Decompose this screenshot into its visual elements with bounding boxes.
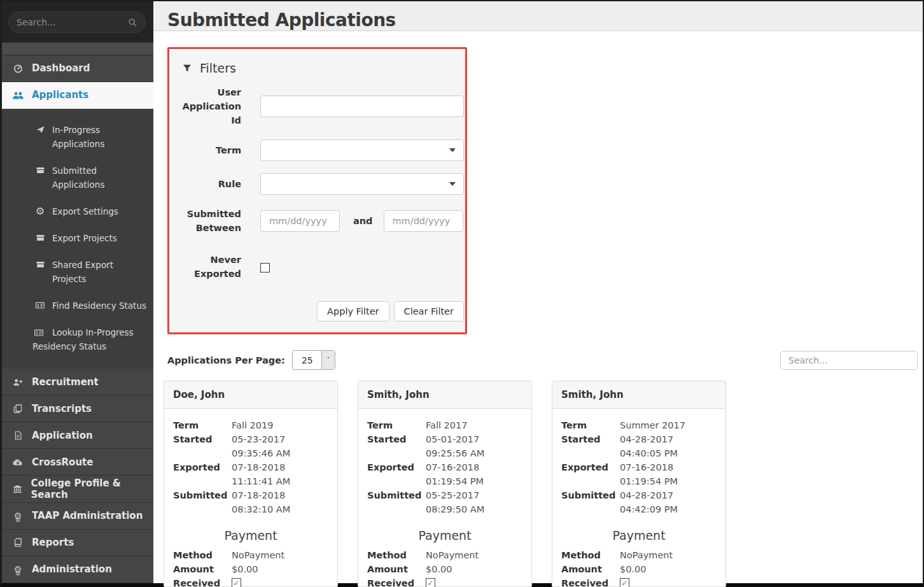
apply-filter-button[interactable]: Apply Filter [317,301,389,322]
sidebar-item-label: College Profile & Search [31,477,153,500]
caret-down-icon [449,182,456,186]
sidebar-subitem-shared-export-projects[interactable]: Shared Export Projects [2,251,153,292]
submitted-to-date-input[interactable] [384,210,463,232]
per-page-value: 25 [293,351,321,369]
sidebar-item-reports[interactable]: Reports [2,530,153,556]
sidebar-subitem-label: Shared Export Projects [52,258,147,286]
id-card-icon [32,326,45,337]
sidebar-item-application[interactable]: Application [2,422,153,449]
sidebar-item-label: TAAP Administration [32,510,143,521]
method-label: Method [173,548,232,562]
sidebar-item-label: Recruitment [32,376,99,388]
sidebar-subitem-export-projects[interactable]: Export Projects [2,225,153,251]
archive-icon [34,164,46,175]
application-card[interactable]: Doe, John TermFall 2019 Started05-23-201… [164,381,338,587]
file-text-icon [10,430,25,441]
sidebar-item-taap-administration[interactable]: ⚙⚙ TAAP Administration [2,503,153,530]
copy-icon [10,404,25,414]
applications-search-input[interactable] [780,351,918,370]
submitted-label: Submitted [173,488,232,516]
amount-value: $0.00 [232,562,258,576]
exported-value: 07-16-2018 01:19:54 PM [426,460,522,488]
exported-label: Exported [561,460,620,488]
term-value: Summer 2017 [620,418,685,432]
sidebar-search[interactable] [8,11,146,33]
clear-filter-button[interactable]: Clear Filter [394,301,464,322]
rule-select[interactable] [260,173,464,195]
submitted-from-date-input[interactable] [260,210,340,232]
term-value: Fall 2017 [426,418,467,432]
sidebar-subitem-lookup-in-progress-residency-status[interactable]: Lookup In-Progress Residency Status [2,319,153,360]
amount-label: Amount [173,562,232,576]
amount-value: $0.00 [426,562,452,576]
application-card[interactable]: Smith, John TermFall 2017 Started05-01-2… [358,381,532,587]
term-select[interactable] [260,139,464,161]
sidebar-subitem-label: Export Projects [52,231,117,245]
caret-down-icon [449,148,456,152]
received-label: Received [367,576,426,587]
submitted-value: 05-25-2017 08:29:50 AM [426,488,522,516]
sidebar-item-recruitment[interactable]: Recruitment [2,369,153,395]
filter-row-submitted-between: Submitted Between and [181,207,452,235]
filters-header: Filters [182,61,452,75]
sidebar-item-label: Administration [32,563,112,575]
received-checkbox[interactable]: ✓ [232,578,241,587]
user-plus-icon [10,377,25,387]
search-icon[interactable] [127,17,137,27]
user-application-id-input[interactable] [260,95,464,117]
sidebar-subitem-label: Find Residency Status [52,299,146,313]
sidebar-subitem-export-settings[interactable]: ⚙ Export Settings [2,198,153,225]
payment-section-title: Payment [367,528,522,542]
applicants-submenu: In-Progress Applications Submitted Appli… [2,109,153,369]
sidebar-item-transcripts[interactable]: Transcripts [2,395,153,422]
filter-row-rule: Rule [181,173,452,195]
filter-buttons: Apply Filter Clear Filter [181,301,464,322]
list-toolbar: Applications Per Page: 25 ˅ [167,350,919,370]
never-exported-checkbox[interactable] [260,263,270,272]
sidebar-subitem-in-progress-applications[interactable]: In-Progress Applications [2,117,153,157]
cloud-download-icon [10,457,25,467]
received-label: Received [561,576,620,587]
sidebar-item-label: Applicants [32,89,88,101]
dashboard-icon [10,63,25,74]
started-value: 04-28-2017 04:40:05 PM [620,432,717,460]
sidebar-item-college-profile-search[interactable]: College Profile & Search [2,476,153,502]
page-header: Submitted Applications [153,1,923,31]
payment-section-title: Payment [561,528,717,542]
archive-icon [34,231,46,243]
applicant-name: Smith, John [358,381,531,409]
method-label: Method [367,548,426,562]
sidebar-item-administration[interactable]: ⚙⚙ Administration [2,556,153,583]
sidebar-item-crossroute[interactable]: CrossRoute [2,449,153,476]
sidebar-item-label: CrossRoute [32,456,93,468]
sidebar-item-applicants[interactable]: Applicants [2,82,153,109]
exported-value: 07-18-2018 11:11:41 AM [232,460,328,488]
per-page-select[interactable]: 25 ˅ [292,350,335,370]
gears-icon: ⚙⚙ [10,511,25,520]
sidebar-subitem-find-residency-status[interactable]: Find Residency Status [2,292,153,319]
received-checkbox[interactable]: ✓ [620,578,629,587]
paper-plane-icon [34,123,46,134]
received-checkbox[interactable]: ✓ [426,578,435,587]
rule-label: Rule [181,177,241,191]
applicant-name: Doe, John [164,381,337,409]
method-value: NoPayment [426,548,479,562]
bank-icon [10,484,25,494]
sidebar-search-input[interactable] [17,17,127,27]
sidebar-item-label: Dashboard [32,62,90,74]
sidebar-item-label: Reports [32,537,74,548]
started-label: Started [561,432,620,460]
page-title: Submitted Applications [167,10,923,31]
card-body: TermFall 2017 Started05-01-2017 09:25:56… [358,409,531,587]
sidebar-subitem-submitted-applications[interactable]: Submitted Applications [2,157,153,198]
submitted-value: 04-28-2017 04:42:09 PM [620,488,717,516]
sidebar-search-area [2,1,153,42]
main-area: Submitted Applications Filters User Appl… [153,1,923,583]
users-icon [10,90,25,101]
applicant-name: Smith, John [552,381,725,409]
sidebar-item-dashboard[interactable]: Dashboard [2,55,153,82]
amount-value: $0.00 [620,562,647,576]
application-card[interactable]: Smith, John TermSummer 2017 Started04-28… [552,381,726,587]
per-page-label: Applications Per Page: [167,355,285,365]
submitted-label: Submitted [367,488,426,516]
